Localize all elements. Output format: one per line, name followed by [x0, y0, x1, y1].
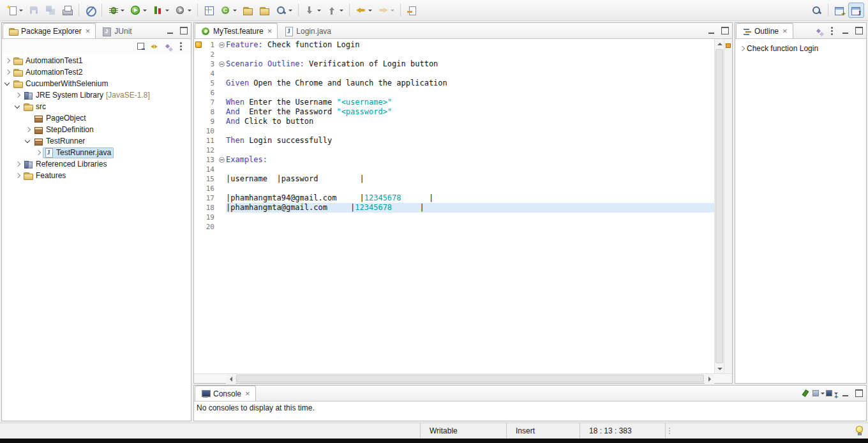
open-task-button[interactable]	[240, 3, 256, 18]
scroll-right-icon[interactable]	[705, 374, 714, 384]
focus-on-active-task-button[interactable]	[161, 40, 174, 52]
close-tab-icon[interactable]: ×	[782, 28, 788, 34]
tree-item-src[interactable]: src	[2, 101, 191, 112]
scroll-down-icon[interactable]	[715, 364, 724, 373]
chevron-down-icon[interactable]	[24, 137, 33, 146]
chevron-down-icon[interactable]	[13, 102, 22, 111]
previous-annotation-button[interactable]	[324, 3, 346, 18]
forward-history-button[interactable]	[375, 3, 397, 18]
code-line[interactable]: Given Open the Chrome and launch the app…	[226, 79, 714, 88]
overview-annotation-marker[interactable]	[726, 43, 731, 48]
open-resource-button[interactable]	[257, 3, 273, 18]
skip-all-breakpoints-button[interactable]	[82, 3, 98, 18]
code-line[interactable]: |username |password |	[226, 174, 714, 184]
chevron-right-icon[interactable]	[3, 68, 12, 77]
quick-access-search-button[interactable]	[809, 3, 825, 18]
chevron-right-icon[interactable]	[3, 56, 12, 65]
code-line[interactable]	[226, 69, 714, 79]
minimize-icon[interactable]	[164, 25, 176, 37]
tree-item-automationtest1[interactable]: AutomationTest1	[2, 55, 191, 66]
editor-vertical-scrollbar[interactable]	[714, 39, 724, 373]
code-line[interactable]	[226, 222, 714, 232]
code-line[interactable]: |phamhangmta@gmail.com |12345678 |	[226, 203, 714, 213]
chevron-right-icon[interactable]	[13, 171, 22, 180]
display-selected-console-button[interactable]	[812, 387, 825, 400]
minimize-icon[interactable]	[839, 387, 851, 400]
scroll-up-icon[interactable]	[715, 39, 724, 49]
dropdown-caret-icon[interactable]	[233, 10, 237, 11]
dropdown-caret-icon[interactable]	[19, 10, 23, 11]
dropdown-caret-icon[interactable]	[121, 10, 124, 11]
code-line[interactable]: Scenario Outline: Verification of Login …	[226, 59, 714, 69]
code-line[interactable]	[226, 88, 714, 98]
external-tools-button[interactable]	[172, 3, 194, 18]
maximize-icon[interactable]	[177, 25, 190, 37]
chevron-right-icon[interactable]	[738, 44, 747, 53]
editor-tab-mytest-feature[interactable]: MyTest.feature×	[195, 23, 278, 38]
minimize-icon[interactable]	[839, 25, 851, 37]
code-line[interactable]: When Enter the Username "<username>"	[226, 98, 714, 107]
back-history-button[interactable]	[353, 3, 375, 18]
pin-console-button[interactable]	[799, 387, 811, 400]
fold-collapse-icon[interactable]	[219, 157, 225, 163]
dropdown-caret-icon[interactable]	[143, 10, 147, 11]
open-perspective-button[interactable]	[832, 3, 848, 18]
code-line[interactable]	[226, 184, 714, 193]
tip-lightbulb-icon[interactable]	[855, 426, 864, 436]
view-tab-junit[interactable]: JUnit	[96, 23, 137, 38]
tree-item-stepdefinition[interactable]: StepDefinition	[2, 124, 191, 135]
code-line[interactable]: And Enter the Password "<password>"	[226, 107, 714, 117]
editor-tab-login-java[interactable]: Login.java	[278, 23, 337, 38]
fold-collapse-icon[interactable]	[219, 42, 225, 48]
search-button[interactable]	[273, 3, 295, 18]
dropdown-caret-icon[interactable]	[368, 10, 372, 11]
java-perspective-button[interactable]	[848, 3, 864, 18]
tree-item-pageobject[interactable]: PageObject	[2, 112, 191, 124]
scroll-left-icon[interactable]	[226, 374, 236, 384]
maximize-icon[interactable]	[853, 25, 865, 37]
debug-button[interactable]	[105, 3, 127, 18]
view-menu-button[interactable]	[175, 40, 187, 52]
code-line[interactable]: Feature: Check function Login	[226, 40, 714, 50]
view-menu-button[interactable]	[826, 25, 838, 37]
open-console-button[interactable]	[826, 387, 838, 400]
print-button[interactable]	[59, 3, 75, 18]
chevron-right-icon[interactable]	[34, 148, 43, 157]
focus-button[interactable]	[812, 25, 825, 37]
dropdown-caret-icon[interactable]	[188, 10, 191, 11]
text-editor[interactable]: 1Feature: Check function Login23Scenario…	[194, 39, 714, 373]
horizontal-scroll-track[interactable]	[236, 374, 705, 383]
dropdown-caret-icon[interactable]	[834, 393, 838, 394]
tree-item-features[interactable]: Features	[2, 170, 191, 181]
link-with-editor-button[interactable]	[148, 40, 160, 52]
new-wizard-button[interactable]	[4, 3, 26, 18]
coverage-button[interactable]	[150, 3, 172, 18]
new-class-button[interactable]	[218, 3, 239, 18]
view-tab-package-explorer[interactable]: Package Explorer×	[3, 23, 96, 38]
tree-item-jre-system-library[interactable]: JRE System Library [JavaSE-1.8]	[2, 89, 191, 101]
next-annotation-button[interactable]	[302, 3, 324, 18]
last-edit-location-button[interactable]	[404, 3, 420, 18]
dropdown-caret-icon[interactable]	[391, 10, 394, 11]
open-type-button[interactable]	[201, 3, 217, 18]
maximize-icon[interactable]	[853, 387, 865, 400]
tree-item-testrunner[interactable]: TestRunner	[2, 135, 191, 147]
dropdown-caret-icon[interactable]	[340, 10, 343, 11]
dropdown-caret-icon[interactable]	[317, 10, 321, 11]
code-line[interactable]	[226, 126, 714, 136]
fold-collapse-icon[interactable]	[219, 61, 225, 67]
horizontal-scroll-thumb[interactable]	[236, 375, 704, 382]
collapse-all-button[interactable]	[135, 40, 147, 52]
close-tab-icon[interactable]: ×	[267, 28, 273, 34]
tree-item-cucumberwithselenium[interactable]: CucumberWithSelenium	[2, 78, 191, 89]
save-button[interactable]	[26, 3, 42, 18]
editor-horizontal-scrollbar[interactable]	[194, 373, 732, 383]
code-line[interactable]	[226, 146, 714, 155]
code-line[interactable]	[226, 50, 714, 59]
code-line[interactable]: |phamhangmta94@gmail.com |12345678 |	[226, 193, 714, 203]
view-tab-outline[interactable]: Outline×	[736, 23, 793, 38]
code-line[interactable]: Examples:	[226, 155, 714, 165]
maximize-icon[interactable]	[719, 25, 731, 37]
vertical-scroll-thumb[interactable]	[715, 49, 723, 363]
outline-item-check-function-login[interactable]: Check function Login	[735, 43, 866, 54]
